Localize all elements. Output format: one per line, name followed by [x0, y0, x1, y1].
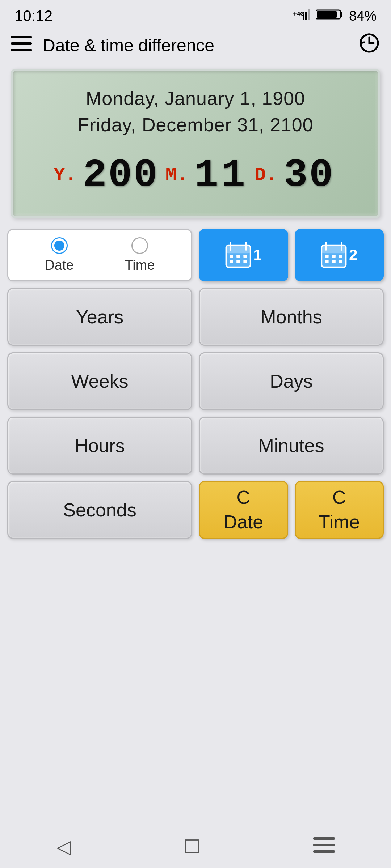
button-grid: Date Time	[7, 229, 384, 539]
svg-rect-34	[313, 844, 335, 846]
date-mode-label: Date	[45, 258, 73, 273]
svg-rect-20	[236, 260, 240, 263]
svg-rect-32	[339, 260, 342, 263]
display-screen: Monday, January 1, 1900 Friday, December…	[11, 69, 380, 218]
minutes-button[interactable]: Minutes	[199, 417, 384, 475]
year-label: Y.	[54, 165, 76, 186]
svg-rect-2	[305, 12, 307, 20]
calendar1-icon: 1	[225, 242, 262, 268]
page-title: Date & time difference	[43, 35, 358, 55]
battery-icon	[316, 7, 345, 25]
svg-rect-17	[236, 255, 240, 258]
back-button[interactable]: ◁	[49, 829, 78, 865]
calendar2-number: 2	[349, 246, 357, 264]
status-bar: 10:12 ⁺⁴ᴳ 84%	[0, 0, 391, 29]
svg-rect-31	[332, 260, 336, 263]
day-label: D.	[255, 165, 277, 186]
date-radio-inner	[54, 241, 64, 251]
svg-rect-28	[332, 255, 336, 258]
svg-rect-1	[303, 14, 304, 20]
bottom-navigation: ◁ ☐	[0, 825, 391, 868]
month-value: 11	[194, 153, 248, 198]
day-value: 30	[284, 153, 335, 198]
calendar-buttons: 1 2	[199, 229, 384, 281]
recents-button[interactable]	[306, 829, 342, 865]
clear-buttons: C Date C Time	[199, 481, 384, 539]
history-button[interactable]	[358, 32, 380, 58]
days-button[interactable]: Days	[199, 352, 384, 410]
svg-rect-30	[325, 260, 329, 263]
clear-time-label: C Time	[319, 485, 360, 534]
mode-selector: Date Time	[7, 229, 192, 281]
svg-rect-33	[313, 837, 335, 840]
home-button[interactable]: ☐	[176, 829, 208, 865]
time-radio[interactable]	[131, 237, 148, 254]
date-mode-option[interactable]: Date	[45, 237, 73, 273]
time-mode-label: Time	[125, 258, 155, 273]
svg-rect-16	[230, 255, 233, 258]
days-label: Days	[270, 370, 312, 392]
display-dates: Monday, January 1, 1900 Friday, December…	[24, 85, 367, 138]
month-label: M.	[165, 165, 188, 186]
clear-date-button[interactable]: C Date	[199, 481, 288, 539]
svg-rect-9	[11, 49, 32, 51]
months-button[interactable]: Months	[199, 288, 384, 346]
svg-rect-3	[308, 9, 310, 20]
header: Date & time difference	[0, 29, 391, 61]
years-label: Years	[76, 306, 123, 328]
svg-rect-8	[11, 42, 32, 45]
svg-rect-29	[339, 255, 342, 258]
years-button[interactable]: Years	[7, 288, 192, 346]
year-value: 200	[83, 153, 159, 198]
svg-rect-21	[243, 260, 247, 263]
months-label: Months	[260, 306, 322, 328]
hours-button[interactable]: Hours	[7, 417, 192, 475]
svg-rect-7	[11, 36, 32, 38]
hours-label: Hours	[75, 435, 125, 456]
display-values: Y. 200 M. 11 D. 30	[24, 153, 367, 198]
menu-button[interactable]	[11, 36, 32, 55]
svg-rect-35	[313, 850, 335, 853]
svg-rect-5	[340, 12, 342, 17]
calendar1-number: 1	[253, 246, 262, 264]
svg-rect-19	[230, 260, 233, 263]
date1-display: Monday, January 1, 1900	[24, 85, 367, 112]
weeks-button[interactable]: Weeks	[7, 352, 192, 410]
battery-percent: 84%	[349, 8, 377, 24]
time-mode-option[interactable]: Time	[125, 237, 155, 273]
date2-display: Friday, December 31, 2100	[24, 112, 367, 138]
calendar1-button[interactable]: 1	[199, 229, 288, 281]
minutes-label: Minutes	[258, 435, 324, 456]
status-icons: ⁺⁴ᴳ 84%	[293, 7, 377, 25]
seconds-label: Seconds	[63, 499, 136, 521]
weeks-label: Weeks	[71, 370, 129, 392]
seconds-button[interactable]: Seconds	[7, 481, 192, 539]
date-radio[interactable]	[51, 237, 68, 254]
calendar2-icon: 2	[321, 242, 357, 268]
svg-rect-27	[325, 255, 329, 258]
calendar2-button[interactable]: 2	[295, 229, 384, 281]
clear-date-label: C Date	[223, 485, 263, 534]
signal-icon: ⁺⁴ᴳ	[293, 7, 311, 25]
svg-rect-18	[243, 255, 247, 258]
svg-rect-6	[317, 11, 337, 18]
status-time: 10:12	[14, 7, 52, 25]
svg-text:⁺⁴ᴳ: ⁺⁴ᴳ	[293, 11, 304, 20]
clear-time-button[interactable]: C Time	[295, 481, 384, 539]
